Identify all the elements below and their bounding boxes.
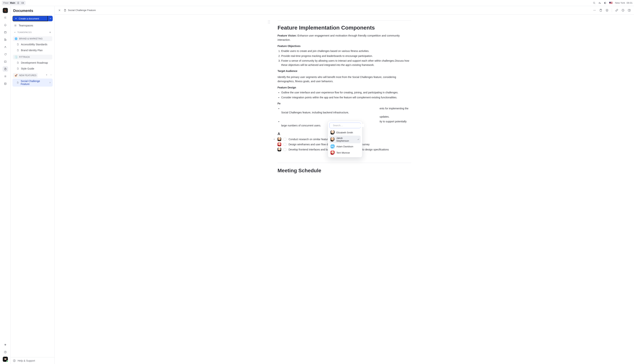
- rail-calendar-button[interactable]: [3, 30, 8, 35]
- document-icon: [17, 62, 19, 64]
- rail-collapse-button[interactable]: [3, 15, 8, 20]
- sidebar-title: Documents: [13, 8, 52, 13]
- document-icon: [17, 49, 19, 52]
- document-scroll[interactable]: Feature Implementation Components Featur…: [55, 14, 634, 191]
- task-checkbox[interactable]: [283, 143, 286, 146]
- sidebar: Documents Create a document Teamspaces T…: [11, 6, 55, 364]
- section-teamspaces-header[interactable]: TEAMSPACES: [13, 30, 53, 34]
- help-label: Help & Support: [18, 359, 35, 362]
- rail-chat-button[interactable]: [3, 52, 8, 57]
- star-document-button[interactable]: [605, 8, 609, 12]
- feasibility-heading: Fe: [278, 102, 411, 105]
- sidebar-footer[interactable]: Help & Support: [11, 357, 55, 364]
- mention-search[interactable]: [329, 122, 361, 128]
- svg-point-26: [51, 75, 51, 75]
- space-chip-fittrack[interactable]: 🗒️ FITTRACK: [13, 55, 52, 60]
- rail-people-button[interactable]: [3, 44, 8, 50]
- text-size-icon[interactable]: [598, 2, 601, 4]
- svg-rect-12: [4, 32, 6, 33]
- clock-time: 06:01: [626, 2, 632, 4]
- section-teamspaces-add[interactable]: [49, 31, 52, 34]
- doc-row-brand-identity[interactable]: Brand Identity Plan: [13, 48, 53, 53]
- mic-icon[interactable]: [17, 2, 20, 4]
- svg-point-27: [52, 75, 52, 75]
- doc-row-accessibility[interactable]: Accessibility Standards: [13, 42, 53, 47]
- create-document-button[interactable]: Create a document: [13, 16, 48, 21]
- space-chip-new-features[interactable]: 🚀 NEW FEATURES: [13, 73, 38, 78]
- toggle-right-panel-button[interactable]: [627, 8, 631, 12]
- rail-light-button[interactable]: [3, 74, 8, 79]
- tasks-panel-button[interactable]: [598, 8, 603, 12]
- floor-label: Floor: [3, 2, 9, 4]
- doc-row-social-challenge[interactable]: Social Challenge Feature: [13, 78, 53, 86]
- theme-icon[interactable]: [604, 2, 607, 4]
- rail-notifications-button[interactable]: [3, 22, 8, 28]
- rail-settings-button[interactable]: [3, 342, 8, 348]
- rail-help-button[interactable]: [3, 349, 8, 355]
- rail-documents-button[interactable]: [3, 66, 8, 72]
- main: Social Challenge Feature: [55, 6, 634, 364]
- rail-avatar[interactable]: [3, 357, 8, 362]
- design-heading: Feature Design: [278, 86, 411, 89]
- doc-toolbar: Social Challenge Feature: [55, 6, 634, 14]
- doc-label: Development Roadmap: [21, 61, 48, 64]
- section-heading: Feature Implementation Components: [278, 24, 411, 31]
- svg-point-17: [5, 76, 6, 77]
- doc-row-dev-roadmap[interactable]: Development Roadmap: [13, 60, 53, 65]
- check-icon: [357, 138, 359, 141]
- svg-rect-14: [5, 39, 6, 40]
- svg-point-32: [595, 10, 595, 10]
- locale-flag-us[interactable]: [609, 2, 612, 4]
- create-document-caret[interactable]: [48, 16, 53, 21]
- rail-checklist-button[interactable]: [3, 59, 8, 64]
- task-checkbox[interactable]: [283, 148, 286, 151]
- close-document-button[interactable]: [57, 8, 62, 12]
- task-checkbox[interactable]: [283, 138, 286, 141]
- mention-item[interactable]: Terri Monroe: [329, 150, 361, 156]
- app-frame: Documents Create a document Teamspaces T…: [0, 6, 634, 364]
- topbar-right: New York 06:01: [593, 2, 632, 4]
- add-task-icon[interactable]: [273, 138, 276, 141]
- space-chip-brand[interactable]: 🌐 BRAND & MARKETING: [13, 36, 52, 41]
- mention-search-input[interactable]: [333, 124, 364, 127]
- doc-title-chip[interactable]: Social Challenge Feature: [64, 9, 96, 12]
- design-item: Consider integration points within the a…: [281, 96, 411, 100]
- mention-item[interactable]: AD Adam Davidson: [329, 143, 361, 150]
- nav-rail: [0, 6, 11, 364]
- create-row: Create a document: [11, 16, 55, 22]
- mention-item[interactable]: Elizabeth Smith: [329, 129, 361, 136]
- mention-popover[interactable]: Elizabeth Smith Jakob Stephenson AD Adam…: [328, 121, 362, 158]
- rail-building-button[interactable]: [3, 37, 8, 42]
- copy-link-button[interactable]: [614, 8, 619, 12]
- rail-database-button[interactable]: [3, 81, 8, 86]
- svg-rect-1: [22, 2, 23, 4]
- space-label: FITTRACK: [19, 56, 30, 58]
- space-add-icon[interactable]: [45, 74, 48, 76]
- svg-point-30: [593, 10, 594, 10]
- objective-item: Foster a sense of community by allowing …: [281, 59, 411, 67]
- drag-handle-icon[interactable]: [268, 20, 270, 24]
- svg-rect-8: [609, 3, 612, 3]
- space-more-icon[interactable]: [50, 74, 52, 76]
- camera-icon[interactable]: [21, 2, 24, 4]
- doc-label: Accessibility Standards: [21, 43, 47, 46]
- workspace-logo[interactable]: [3, 8, 8, 13]
- help-icon: [13, 359, 16, 362]
- feasibility-item: xxxxxxxxxxxxxxxxxxxxxxxxxxxxxxxxxxxxxxxx…: [281, 106, 411, 119]
- more-actions-button[interactable]: [592, 8, 597, 12]
- history-button[interactable]: [621, 8, 625, 12]
- divider: [278, 20, 411, 20]
- space-label: NEW FEATURES: [19, 74, 36, 77]
- rail-bottom: [3, 342, 8, 362]
- doc-row-style-guide[interactable]: Style Guide: [13, 66, 53, 71]
- mention-name: Adam Davidson: [336, 145, 353, 148]
- objective-item: Provide real-time progress tracking and …: [281, 54, 411, 58]
- search-icon[interactable]: [593, 2, 596, 4]
- create-document-label: Create a document: [19, 17, 39, 20]
- floor-room-chip[interactable]: Floor Main: [2, 1, 26, 5]
- document-icon: [17, 81, 19, 84]
- sidebar-item-label: Teamspaces: [19, 24, 33, 27]
- objectives-list: Enable users to create and join challeng…: [281, 49, 411, 67]
- sidebar-item-teamspaces[interactable]: Teamspaces: [12, 23, 53, 28]
- mention-item[interactable]: Jakob Stephenson: [329, 136, 361, 143]
